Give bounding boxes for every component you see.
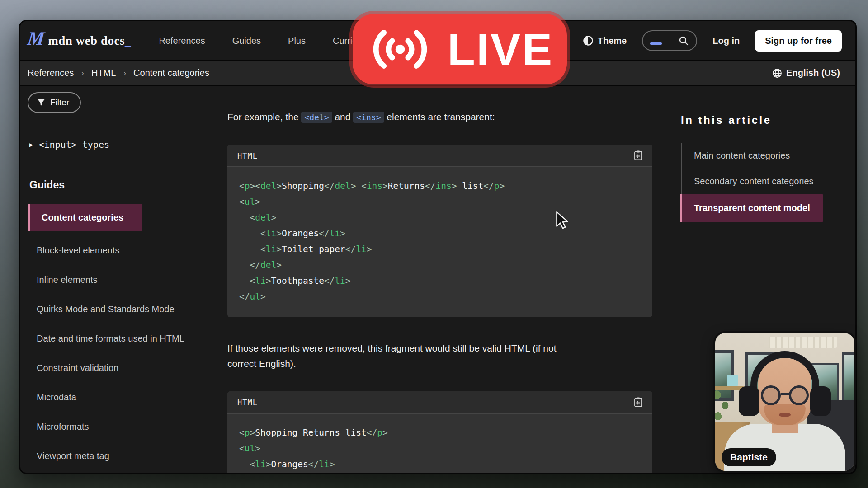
- code-punct: >: [260, 291, 266, 302]
- code-block-2: HTML <p>Shopping Returns list</p><ul> <l…: [227, 391, 652, 474]
- code-text: Toothpaste: [271, 276, 324, 286]
- sidebar-item[interactable]: Date and time formats used in HTML: [28, 326, 190, 352]
- code-text: [239, 459, 250, 469]
- code-tag: p: [377, 427, 382, 438]
- toc-item[interactable]: Secondary content categories: [682, 169, 855, 194]
- toc-item[interactable]: Transparent content model: [680, 194, 823, 222]
- sidebar-tree-input-types[interactable]: ▶ <input> types: [28, 139, 220, 150]
- code-line: <p><del>Shopping</del> <ins>Returns</ins…: [239, 178, 642, 194]
- code-punct: <: [250, 276, 255, 286]
- code-text: Shopping: [282, 181, 324, 191]
- code-punct: >: [452, 181, 457, 191]
- logo-underscore: _: [125, 34, 131, 48]
- code-tag: li: [356, 244, 366, 254]
- code-punct: </: [483, 181, 494, 191]
- code-tag: del: [255, 212, 271, 223]
- code-line: </ul>: [239, 289, 642, 305]
- code-text: [239, 260, 250, 270]
- code-punct: >: [367, 244, 372, 254]
- sidebar-item[interactable]: Block-level elements: [28, 238, 190, 263]
- sidebar-item[interactable]: Quirks Mode and Standards Mode: [28, 296, 190, 322]
- breadcrumb-separator-icon: ›: [81, 68, 84, 78]
- filter-label: Filter: [50, 98, 69, 108]
- article-paragraph-2: If those elements were removed, this fra…: [227, 341, 571, 371]
- inline-code-link[interactable]: <ins>: [353, 112, 384, 123]
- code-punct: >: [266, 276, 271, 286]
- code-punct: >: [276, 228, 282, 239]
- sidebar-item[interactable]: Microformats: [28, 414, 190, 440]
- sidebar-item[interactable]: Constraint validation: [28, 355, 190, 381]
- toc-item[interactable]: Main content categories: [682, 143, 855, 169]
- code-line: <li>Toilet paper</li>: [239, 472, 642, 474]
- glasses-bridge: [781, 393, 789, 395]
- code-punct: >: [340, 228, 345, 239]
- language-selector[interactable]: English (US): [772, 68, 840, 79]
- inline-code-link[interactable]: <del>: [301, 112, 332, 123]
- copy-code-button[interactable]: [633, 397, 643, 408]
- code-punct: >: [266, 459, 271, 469]
- code-tag: del: [260, 260, 276, 270]
- theme-icon: [583, 35, 594, 46]
- code-language-label: HTML: [237, 398, 258, 407]
- code-punct: >: [351, 181, 356, 191]
- toc-sidebar: In this article Main content categoriesS…: [681, 86, 855, 222]
- nav-link-guides[interactable]: Guides: [232, 36, 261, 46]
- toc-list: Main content categoriesSecondary content…: [681, 143, 855, 222]
- mdn-logo[interactable]: M mdn web docs _: [28, 34, 131, 48]
- sidebar-list: Content categoriesBlock-level elementsIn…: [28, 204, 220, 474]
- code-text: Oranges: [282, 228, 319, 239]
- code-punct: <: [239, 443, 245, 454]
- webcam-name-badge: Baptiste: [722, 448, 776, 466]
- search-input[interactable]: [642, 30, 697, 51]
- webcam-headphones-earcup: [810, 386, 831, 416]
- code-text: [239, 244, 260, 254]
- breadcrumb-item[interactable]: Content categories: [133, 68, 209, 78]
- breadcrumb-item[interactable]: HTML: [91, 68, 116, 78]
- nav-links: ReferencesGuidesPlusCurriculum: [159, 36, 376, 46]
- left-sidebar: Filter ▶ <input> types Guides Content ca…: [20, 86, 220, 474]
- filter-button[interactable]: Filter: [28, 92, 81, 113]
- code-tag: del: [260, 181, 276, 191]
- code-block-1-header: HTML: [227, 145, 652, 167]
- breadcrumb: References›HTML›Content categories: [28, 68, 209, 78]
- code-block-1-body: <p><del>Shopping</del> <ins>Returns</ins…: [227, 167, 652, 317]
- nav-link-plus[interactable]: Plus: [288, 36, 306, 46]
- signup-button[interactable]: Sign up for free: [755, 30, 842, 52]
- code-punct: >: [276, 260, 282, 270]
- code-line: <li>Oranges</li>: [239, 456, 642, 472]
- paragraph-text: For example, the: [227, 112, 301, 122]
- theme-toggle[interactable]: Theme: [583, 35, 627, 46]
- sidebar-item[interactable]: Microdata: [28, 385, 190, 410]
- sidebar-item[interactable]: Content categories: [28, 204, 142, 231]
- search-icon: [678, 35, 689, 46]
- code-punct: </: [324, 276, 335, 286]
- sidebar-item[interactable]: Viewport meta tag: [28, 443, 190, 469]
- paragraph-text: elements are transparent:: [384, 112, 495, 122]
- code-text: [239, 276, 250, 286]
- code-tag: ul: [250, 291, 260, 302]
- code-punct: </: [345, 244, 356, 254]
- code-punct: <: [239, 197, 245, 207]
- breadcrumb-item[interactable]: References: [28, 68, 74, 78]
- code-text: list: [457, 181, 484, 191]
- article-main: For example, the <del> and <ins> element…: [227, 86, 652, 474]
- code-text: Returns: [388, 181, 425, 191]
- glasses-lens: [761, 385, 781, 405]
- sidebar-item[interactable]: Inline elements: [28, 267, 190, 293]
- code-punct: </: [239, 291, 250, 302]
- code-line: <li>Toothpaste</li>: [239, 273, 642, 289]
- copy-code-button[interactable]: [633, 150, 643, 161]
- breadcrumb-separator-icon: ›: [123, 68, 126, 78]
- code-text: Toilet paper: [282, 244, 345, 254]
- logo-text: mdn web docs: [48, 34, 125, 48]
- code-tag: p: [245, 181, 250, 191]
- sidebar-item[interactable]: Allowing cross-origin use of images and …: [28, 473, 190, 474]
- code-line: <ul>: [239, 194, 642, 210]
- code-punct: >: [255, 443, 260, 454]
- code-punct: >: [250, 181, 255, 191]
- code-punct: </: [250, 260, 260, 270]
- code-tag: li: [255, 459, 265, 469]
- mouse-cursor: [554, 211, 571, 230]
- nav-link-references[interactable]: References: [159, 36, 205, 46]
- login-link[interactable]: Log in: [712, 36, 740, 46]
